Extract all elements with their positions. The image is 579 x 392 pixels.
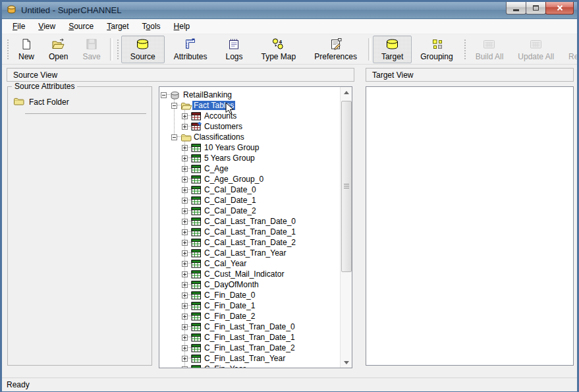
tree-item[interactable]: C_Cal_Date_1 (159, 195, 341, 206)
tree-expander-plus-icon[interactable] (182, 124, 188, 130)
tree-expander-plus-icon[interactable] (182, 177, 188, 182)
toolbar-grip[interactable] (7, 39, 9, 60)
tree-item[interactable]: C_Cal_Last_Tran_Date_1 (159, 227, 341, 237)
tree-item-label[interactable]: C_Fin_Last_Tran_Date_1 (203, 333, 296, 342)
tree-expander-minus-icon[interactable] (171, 134, 177, 140)
tree-expander-plus-icon[interactable] (182, 208, 188, 214)
tree-expander-plus-icon[interactable] (182, 113, 188, 119)
tree-item[interactable]: C_Fin_Date_2 (159, 311, 341, 322)
tree-item[interactable]: Accounts (159, 111, 341, 121)
toolbar-target-button[interactable]: Target (373, 36, 412, 63)
tree-scrollbar[interactable] (340, 87, 352, 368)
tree-item-label[interactable]: C_Cal_Last_Tran_Date_2 (203, 238, 297, 247)
tree-item[interactable]: C_Fin_Last_Tran_Date_0 (159, 322, 341, 332)
tree-item-label[interactable]: C_Cal_Last_Tran_Date_1 (203, 227, 297, 237)
tree-item-label[interactable]: C_Cal_Date_1 (203, 196, 258, 205)
tree-item[interactable]: 5 Years Group (159, 153, 341, 163)
restore-button[interactable] (526, 2, 546, 14)
tree-expander-plus-icon[interactable] (182, 282, 188, 288)
toolbar-type-map-button[interactable]: 4Type Map (252, 36, 306, 63)
toolbar-grip[interactable] (464, 39, 466, 60)
tree-item[interactable]: C_Cal_Year (159, 258, 341, 269)
tree-expander-plus-icon[interactable] (182, 345, 188, 351)
tree-expander-plus-icon[interactable] (182, 198, 188, 204)
tree-item[interactable]: C_Fin_Last_Tran_Year (159, 353, 341, 364)
tree-item-label[interactable]: C_Cal_Last_Tran_Date_0 (203, 217, 297, 226)
tree-item[interactable]: C_Cal_Last_Tran_Date_2 (159, 237, 341, 248)
tree-item[interactable]: C_Age (159, 163, 341, 174)
toolbar-attributes-button[interactable]: Attributes (165, 36, 217, 63)
tree-item-label[interactable]: C_Fin_Last_Tran_Date_2 (203, 343, 296, 352)
tree-expander-plus-icon[interactable] (182, 145, 188, 151)
minimize-button[interactable] (506, 2, 526, 14)
tree-expander-plus-icon[interactable] (182, 366, 188, 368)
close-button[interactable] (545, 2, 574, 14)
tree-expander-plus-icon[interactable] (182, 356, 188, 362)
menu-view[interactable]: View (33, 20, 61, 32)
fact-folder-item[interactable]: Fact Folder (13, 96, 152, 108)
tree-expander-plus-icon[interactable] (182, 219, 188, 225)
tree-item-label[interactable]: C_Age (203, 164, 230, 173)
tree-expander-plus-icon[interactable] (182, 187, 188, 193)
scrollbar-down-button[interactable] (341, 357, 352, 368)
tree-item-label[interactable]: 5 Years Group (203, 154, 256, 163)
tree-item[interactable]: C_Cal_Last_Tran_Date_0 (159, 216, 341, 227)
tree-item-label[interactable]: C_Fin_Date_1 (203, 301, 256, 310)
tree-expander-plus-icon[interactable] (182, 250, 188, 256)
tree-expander-plus-icon[interactable] (182, 335, 188, 341)
tree-expander-plus-icon[interactable] (182, 303, 188, 309)
tree-item-label[interactable]: C_Cal_Date_2 (203, 206, 258, 215)
tree-item[interactable]: C_Cal_Date_0 (159, 184, 341, 195)
tree-item[interactable]: C_Fin_Last_Tran_Date_1 (159, 332, 341, 343)
tree-item[interactable]: C_Fin_Last_Tran_Date_2 (159, 343, 341, 353)
tree-item[interactable]: C_Fin_Date_1 (159, 300, 341, 311)
menu-target[interactable]: Target (101, 20, 134, 32)
tree-expander-minus-icon[interactable] (161, 92, 167, 98)
tree-item-label[interactable]: C_DayOfMonth (203, 280, 260, 289)
tree-item-label[interactable]: Customers (203, 122, 244, 131)
tree-item-label[interactable]: C_Cal_Last_Tran_Year (203, 248, 288, 258)
tree-expander-plus-icon[interactable] (182, 155, 188, 161)
scrollbar-up-button[interactable] (341, 87, 352, 98)
tree-item-label[interactable]: C_Cust_Mail_Indicator (203, 269, 285, 279)
tree-expander-plus-icon[interactable] (182, 324, 188, 330)
tree-item[interactable]: C_Cal_Last_Tran_Year (159, 248, 341, 258)
tree-item-label[interactable]: C_Fin_Date_0 (203, 291, 256, 300)
tree-expander-minus-icon[interactable] (171, 103, 177, 109)
target-tree-panel[interactable] (366, 86, 574, 366)
toolbar-grouping-button[interactable]: Grouping (412, 36, 461, 63)
tree-expander-plus-icon[interactable] (182, 293, 188, 298)
tree-item[interactable]: C_Age_Group_0 (159, 174, 341, 184)
tree-item-label[interactable]: 10 Years Group (203, 143, 260, 152)
toolbar-new-button[interactable]: New (11, 36, 41, 63)
tree-item-label[interactable]: C_Cal_Date_0 (203, 185, 258, 194)
tree-item[interactable]: Customers (159, 121, 341, 132)
menu-help[interactable]: Help (169, 20, 196, 32)
tree-item-label[interactable]: C_Fin_Year (203, 364, 247, 368)
toolbar-grip[interactable] (117, 39, 119, 60)
tree-item-label[interactable]: C_Age_Group_0 (203, 175, 265, 184)
toolbar-logs-button[interactable]: Logs (216, 36, 252, 63)
tree-item-label[interactable]: C_Fin_Date_2 (203, 312, 256, 321)
toolbar-preferences-button[interactable]: Preferences (305, 36, 366, 63)
tree-item[interactable]: C_Cust_Mail_Indicator (159, 269, 341, 279)
menu-source[interactable]: Source (63, 20, 99, 32)
tree-item-label[interactable]: RetailBanking (182, 90, 233, 99)
toolbar-source-button[interactable]: Source (121, 36, 165, 63)
tree-item[interactable]: Classifications (159, 132, 341, 142)
tree-item[interactable]: C_Cal_Date_2 (159, 206, 341, 216)
tree-expander-plus-icon[interactable] (182, 314, 188, 320)
tree-item-label[interactable]: C_Fin_Last_Tran_Year (203, 354, 287, 363)
tree-expander-plus-icon[interactable] (182, 261, 188, 267)
tree-item[interactable]: RetailBanking (159, 90, 341, 100)
menu-file[interactable]: File (7, 20, 30, 32)
tree-item-label[interactable]: C_Cal_Year (203, 259, 248, 268)
tree-item[interactable]: 10 Years Group (159, 142, 341, 153)
tree-item[interactable]: C_DayOfMonth (159, 279, 341, 290)
scrollbar-thumb[interactable] (341, 101, 352, 272)
tree-item[interactable]: Fact Tables (159, 100, 341, 111)
tree-item-label[interactable]: C_Fin_Last_Tran_Date_0 (203, 322, 296, 331)
tree-expander-plus-icon[interactable] (182, 166, 188, 172)
tree-item[interactable]: C_Fin_Year (159, 364, 341, 368)
tree-expander-plus-icon[interactable] (182, 229, 188, 235)
